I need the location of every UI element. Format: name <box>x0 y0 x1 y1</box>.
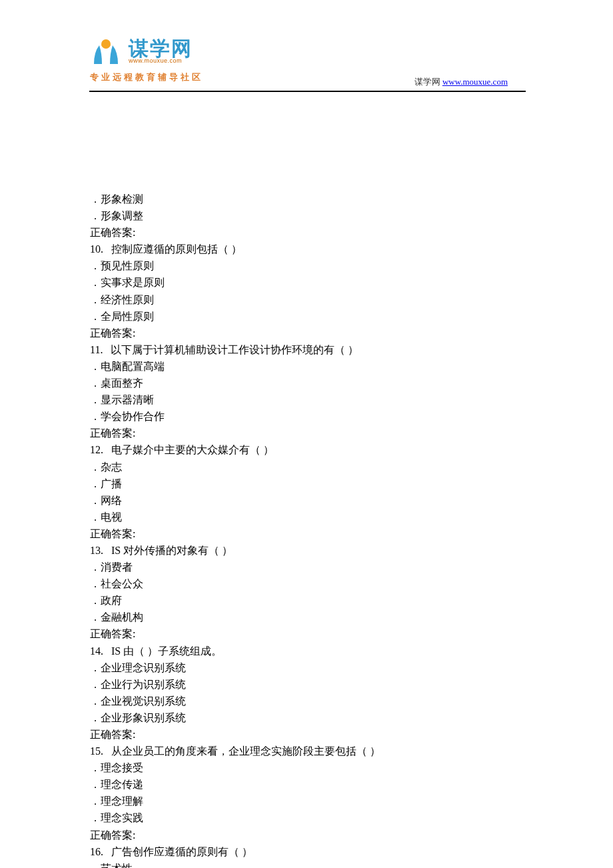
answer-line: 正确答案: <box>90 726 526 743</box>
option-line: ．消费者 <box>90 559 526 575</box>
question-block: 14. IS 由（ ）子系统组成。 ．企业理念识别系统 ．企业行为识别系统 ．企… <box>90 643 526 743</box>
option-line: ．理念实践 <box>90 809 526 826</box>
site-logo: 谋学网 www.mouxue.com 专业远程教育辅导社区 <box>90 39 203 83</box>
header-source: 谋学网 www.mouxue.com <box>414 76 508 88</box>
question-block: 12. 电子媒介中主要的大众媒介有（ ） ．杂志 ．广播 ．网络 ．电视 正确答… <box>90 441 526 542</box>
question-block: 11. 以下属于计算机辅助设计工作设计协作环境的有（ ） ．电脑配置高端 ．桌面… <box>90 341 526 442</box>
question-stem: 11. 以下属于计算机辅助设计工作设计协作环境的有（ ） <box>90 341 526 358</box>
page-header: 谋学网 www.mouxue.com 专业远程教育辅导社区 谋学网 www.mo… <box>0 0 613 93</box>
question-stem: 14. IS 由（ ）子系统组成。 <box>90 643 526 659</box>
question-block: 13. IS 对外传播的对象有（ ） ．消费者 ．社会公众 ．政府 ．金融机构 … <box>90 542 526 643</box>
question-stem: 15. 从企业员工的角度来看，企业理念实施阶段主要包括（ ） <box>90 743 526 759</box>
option-line: ．政府 <box>90 592 526 609</box>
question-block: 16. 广告创作应遵循的原则有（ ） ．艺术性 ．真实性 ．民族性 <box>90 843 526 868</box>
option-line: ．桌面整齐 <box>90 375 526 391</box>
question-block: 15. 从企业员工的角度来看，企业理念实施阶段主要包括（ ） ．理念接受 ．理念… <box>90 743 526 843</box>
option-line: ．企业形象识别系统 <box>90 709 526 726</box>
option-line: ．艺术性 <box>90 860 526 868</box>
question-stem: 16. 广告创作应遵循的原则有（ ） <box>90 843 526 860</box>
question-stem: 13. IS 对外传播的对象有（ ） <box>90 542 526 559</box>
option-line: ．企业理念识别系统 <box>90 659 526 676</box>
answer-line: 正确答案: <box>90 625 526 642</box>
answer-line: 正确答案: <box>90 325 526 341</box>
option-line: ．形象检测 <box>90 191 526 207</box>
question-block: 10. 控制应遵循的原则包括（ ） ．预见性原则 ．实事求是原则 ．经济性原则 … <box>90 241 526 341</box>
option-line: ．理念传递 <box>90 776 526 793</box>
option-line: ．经济性原则 <box>90 291 526 308</box>
option-line: ．理念接受 <box>90 759 526 776</box>
document-body: ．形象检测 ．形象调整 正确答案: 10. 控制应遵循的原则包括（ ） ．预见性… <box>0 93 613 868</box>
option-line: ．理念理解 <box>90 793 526 809</box>
header-source-link[interactable]: www.mouxue.com <box>442 77 508 87</box>
option-line: ．学会协作合作 <box>90 408 526 425</box>
logo-tagline: 专业远程教育辅导社区 <box>90 72 203 83</box>
option-line: ．企业视觉识别系统 <box>90 693 526 709</box>
header-divider <box>89 91 526 92</box>
option-line: ．电视 <box>90 509 526 525</box>
option-line: ．网络 <box>90 492 526 509</box>
answer-line: 正确答案: <box>90 425 526 441</box>
option-line: ．企业行为识别系统 <box>90 676 526 693</box>
answer-line: 正确答案: <box>90 525 526 542</box>
header-source-label: 谋学网 <box>414 77 440 87</box>
logo-icon <box>90 39 122 69</box>
logo-title: 谋学网 <box>129 39 193 59</box>
option-line: ．全局性原则 <box>90 308 526 325</box>
option-line: ．金融机构 <box>90 609 526 625</box>
option-line: ．形象调整 <box>90 207 526 224</box>
option-line: ．显示器清晰 <box>90 391 526 408</box>
option-line: ．实事求是原则 <box>90 274 526 291</box>
option-line: ．广播 <box>90 475 526 492</box>
answer-line: 正确答案: <box>90 224 526 241</box>
question-stem: 10. 控制应遵循的原则包括（ ） <box>90 241 526 257</box>
option-line: ．社会公众 <box>90 575 526 592</box>
answer-line: 正确答案: <box>90 827 526 843</box>
option-line: ．电脑配置高端 <box>90 358 526 375</box>
option-line: ．预见性原则 <box>90 257 526 274</box>
option-line: ．杂志 <box>90 459 526 475</box>
question-stem: 12. 电子媒介中主要的大众媒介有（ ） <box>90 441 526 458</box>
